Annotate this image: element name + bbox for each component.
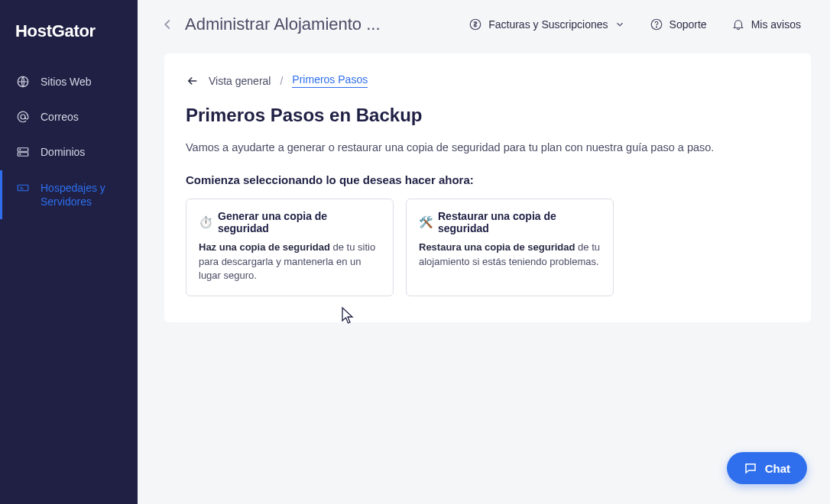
intro-text: Vamos a ayudarte a generar o restaurar u… bbox=[186, 140, 789, 157]
at-icon bbox=[16, 110, 30, 124]
chat-label: Chat bbox=[765, 462, 790, 475]
dollar-icon bbox=[468, 18, 482, 31]
chat-button[interactable]: Chat bbox=[727, 452, 807, 484]
breadcrumb: Vista general / Primeros Pasos bbox=[186, 73, 789, 88]
sidebar-item-label: Correos bbox=[41, 110, 79, 124]
card-restore-backup[interactable]: 🛠️ Restaurar una copia de seguridad Rest… bbox=[406, 199, 614, 297]
hosting-icon bbox=[16, 181, 30, 195]
globe-icon bbox=[16, 75, 30, 89]
card-title: Generar una copia de seguridad bbox=[218, 210, 381, 234]
billing-label: Facturas y Suscripciones bbox=[488, 18, 608, 31]
card-description: Haz una copia de seguridad de tu sitio p… bbox=[199, 241, 381, 284]
clock-icon: ⏱️ bbox=[199, 215, 213, 229]
breadcrumb-current[interactable]: Primeros Pasos bbox=[292, 73, 368, 88]
svg-point-4 bbox=[20, 150, 21, 150]
sidebar-item-hospedajes[interactable]: Hospedajes y Servidores bbox=[0, 170, 138, 219]
support-label: Soporte bbox=[670, 18, 707, 31]
prompt-text: Comienza seleccionando lo que deseas hac… bbox=[186, 173, 789, 186]
sidebar-item-correos[interactable]: Correos bbox=[0, 99, 138, 134]
back-arrow-icon[interactable] bbox=[159, 16, 176, 33]
sidebar: HostGator Sitios Web Correos Dominios Ho… bbox=[0, 0, 138, 504]
billing-menu[interactable]: Facturas y Suscripciones bbox=[461, 13, 632, 36]
chat-icon bbox=[744, 461, 757, 475]
topbar-title: Administrar Alojamiento ... bbox=[185, 15, 381, 34]
card-desc-strong: Restaura una copia de seguridad bbox=[419, 241, 575, 253]
breadcrumb-sep: / bbox=[280, 75, 283, 87]
notices-label: Mis avisos bbox=[751, 18, 801, 31]
page-heading: Primeros Pasos en Backup bbox=[186, 105, 789, 126]
svg-point-9 bbox=[656, 27, 657, 27]
notices-link[interactable]: Mis avisos bbox=[724, 13, 809, 36]
tools-icon: 🛠️ bbox=[419, 215, 433, 229]
card-description: Restaura una copia de seguridad de tu al… bbox=[419, 241, 601, 270]
topbar: Administrar Alojamiento ... Facturas y S… bbox=[138, 0, 830, 49]
chevron-down-icon bbox=[614, 19, 625, 30]
card-desc-strong: Haz una copia de seguridad bbox=[199, 241, 330, 253]
option-cards: ⏱️ Generar una copia de seguridad Haz un… bbox=[186, 199, 789, 297]
sidebar-item-label: Dominios bbox=[41, 145, 85, 159]
breadcrumb-back-icon[interactable] bbox=[186, 74, 199, 88]
breadcrumb-root[interactable]: Vista general bbox=[209, 75, 271, 87]
content-panel: Vista general / Primeros Pasos Primeros … bbox=[164, 53, 811, 322]
brand-logo: HostGator bbox=[0, 0, 138, 64]
sidebar-item-dominios[interactable]: Dominios bbox=[0, 134, 138, 170]
server-icon bbox=[16, 145, 30, 159]
svg-rect-6 bbox=[18, 185, 28, 191]
bell-icon bbox=[731, 18, 745, 31]
svg-point-1 bbox=[21, 115, 25, 119]
support-link[interactable]: Soporte bbox=[642, 13, 715, 36]
sidebar-item-label: Sitios Web bbox=[41, 75, 92, 89]
sidebar-item-label: Hospedajes y Servidores bbox=[41, 181, 124, 208]
card-title: Restaurar una copia de seguridad bbox=[438, 210, 601, 234]
card-generate-backup[interactable]: ⏱️ Generar una copia de seguridad Haz un… bbox=[186, 199, 394, 297]
help-icon bbox=[650, 18, 663, 31]
sidebar-item-sitios-web[interactable]: Sitios Web bbox=[0, 64, 138, 99]
svg-point-5 bbox=[20, 154, 21, 155]
